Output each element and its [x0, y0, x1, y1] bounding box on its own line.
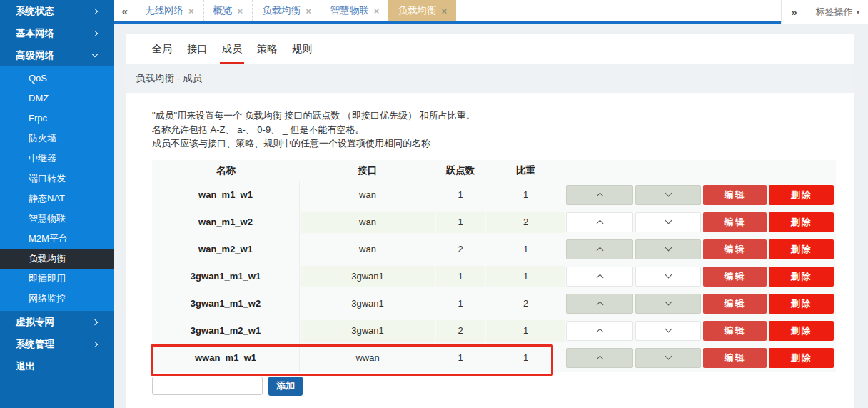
- member-name-cell: wan_m1_w2: [152, 209, 300, 236]
- sidebar-subitem[interactable]: 防火墙: [0, 129, 114, 149]
- sidebar-subitem[interactable]: 静态NAT: [0, 189, 114, 209]
- section-tab-label: 策略: [257, 43, 277, 54]
- close-tab-icon[interactable]: ×: [238, 6, 243, 16]
- sidebar-subitem-label: 网络监控: [29, 293, 66, 304]
- sidebar-item-label: 高级网络: [16, 49, 54, 62]
- move-up-button[interactable]: [566, 321, 633, 341]
- open-tab[interactable]: 负载均衡 ×: [388, 0, 456, 21]
- chevron-down-icon: [665, 190, 672, 197]
- move-up-button[interactable]: [566, 239, 633, 259]
- chevron-up-icon: [596, 274, 603, 282]
- sidebar-item-label: 退出: [16, 360, 35, 373]
- close-tab-icon[interactable]: ×: [441, 6, 447, 16]
- scroll-tabs-left-button[interactable]: «: [114, 0, 136, 21]
- sidebar-item[interactable]: 基本网络: [0, 22, 114, 44]
- sidebar-item[interactable]: 系统管理: [0, 333, 114, 355]
- sidebar-subitem-label: 中继器: [29, 153, 56, 164]
- sidebar-top-group: 系统状态 基本网络 高级网络: [0, 0, 114, 66]
- edit-button[interactable]: 编辑: [703, 348, 767, 368]
- open-tab-label: 智慧物联: [330, 4, 369, 17]
- sidebar-item[interactable]: 系统状态: [0, 0, 114, 22]
- column-header-name: 名称: [152, 164, 300, 177]
- section-tab[interactable]: 接口: [187, 34, 207, 64]
- delete-button[interactable]: 删除: [769, 321, 834, 341]
- move-down-button[interactable]: [635, 267, 701, 287]
- member-metric-cell: 1: [435, 263, 485, 290]
- chevron-down-icon: ▾: [856, 8, 859, 16]
- open-tab[interactable]: 无线网络 ×: [136, 0, 203, 21]
- section-tab-label: 全局: [152, 43, 172, 54]
- sidebar-subitem[interactable]: 智慧物联: [0, 209, 114, 229]
- members-table: 名称 接口 跃点数 比重 wan_m1_w1 wan 1 1: [152, 160, 836, 372]
- member-weight-cell: 2: [485, 290, 566, 317]
- member-interface-cell: 3gwan1: [300, 290, 435, 317]
- sidebar-item[interactable]: 退出: [0, 355, 114, 377]
- new-member-name-input[interactable]: [152, 377, 263, 395]
- member-weight-cell: 1: [485, 181, 566, 209]
- edit-button[interactable]: 编辑: [703, 185, 767, 205]
- move-up-button[interactable]: [566, 212, 633, 232]
- column-header-weight: 比重: [485, 164, 566, 177]
- member-metric-cell: 1: [435, 290, 485, 317]
- delete-button[interactable]: 删除: [769, 348, 834, 368]
- move-up-button[interactable]: [566, 267, 633, 287]
- move-down-button[interactable]: [635, 239, 701, 259]
- close-tab-icon[interactable]: ×: [306, 6, 311, 16]
- move-down-button[interactable]: [635, 294, 701, 314]
- move-up-button[interactable]: [566, 185, 633, 205]
- table-row: 3gwan1_m2_w1 3gwan1 2 1 编辑 删除: [152, 317, 836, 344]
- delete-button[interactable]: 删除: [769, 212, 834, 232]
- add-button[interactable]: 添加: [268, 377, 303, 396]
- move-down-button[interactable]: [635, 185, 701, 205]
- section-tab[interactable]: 全局: [152, 34, 172, 64]
- member-weight-cell: 1: [485, 317, 566, 344]
- table-row: wan_m1_w1 wan 1 1 编辑 删除: [152, 181, 836, 209]
- section-tab[interactable]: 策略: [257, 34, 277, 64]
- edit-button[interactable]: 编辑: [703, 294, 767, 314]
- sidebar-subitem[interactable]: QoS: [0, 69, 114, 89]
- close-tab-icon[interactable]: ×: [374, 6, 380, 16]
- sidebar-subitem[interactable]: 端口转发: [0, 169, 114, 189]
- edit-button[interactable]: 编辑: [703, 239, 767, 259]
- move-up-button[interactable]: [566, 348, 633, 368]
- sidebar-subitem[interactable]: DMZ: [0, 89, 114, 109]
- sidebar-item[interactable]: 高级网络: [0, 44, 114, 66]
- sidebar-subitem-label: 防火墙: [29, 133, 56, 144]
- sidebar-subitem[interactable]: 中继器: [0, 149, 114, 169]
- section-tab[interactable]: 规则: [292, 34, 312, 64]
- move-down-button[interactable]: [635, 212, 701, 232]
- edit-button[interactable]: 编辑: [703, 212, 767, 232]
- delete-button[interactable]: 删除: [769, 267, 834, 287]
- edit-button[interactable]: 编辑: [703, 321, 767, 341]
- tab-operations-label: 标签操作: [815, 6, 852, 19]
- chevron-up-icon: [596, 329, 603, 336]
- sidebar-subitem[interactable]: 负载均衡: [0, 249, 114, 269]
- sidebar-item-label: 虚拟专网: [16, 316, 54, 329]
- edit-button[interactable]: 编辑: [703, 267, 767, 287]
- sidebar-subitem[interactable]: 网络监控: [0, 289, 114, 309]
- delete-button[interactable]: 删除: [769, 185, 834, 205]
- scroll-tabs-right-button[interactable]: »: [781, 0, 807, 24]
- members-section: "成员"用来设置每一个 负载均衡 接口的跃点数 （即接口优先级） 和所占比重。 …: [126, 93, 854, 396]
- tab-operations-menu[interactable]: 标签操作 ▾: [807, 0, 868, 24]
- close-tab-icon[interactable]: ×: [188, 6, 194, 16]
- move-down-button[interactable]: [635, 321, 701, 341]
- move-down-button[interactable]: [635, 348, 701, 368]
- sidebar-item[interactable]: 虚拟专网: [0, 311, 114, 333]
- sidebar-subitem[interactable]: M2M平台: [0, 229, 114, 249]
- sidebar-subitem[interactable]: Frpc: [0, 109, 114, 129]
- member-interface-cell: 3gwan1: [300, 317, 435, 344]
- sidebar-subitem-label: M2M平台: [29, 233, 68, 244]
- sidebar-item-label: 系统管理: [16, 338, 54, 351]
- section-tab[interactable]: 成员: [222, 34, 242, 64]
- member-interface-cell: wan: [300, 181, 435, 209]
- delete-button[interactable]: 删除: [769, 239, 834, 259]
- sidebar-subitem[interactable]: 即插即用: [0, 269, 114, 289]
- move-up-button[interactable]: [566, 294, 633, 314]
- open-tab[interactable]: 概览 ×: [203, 0, 253, 21]
- open-tab-label: 负载均衡: [398, 4, 436, 17]
- delete-button[interactable]: 删除: [769, 294, 834, 314]
- open-tabs-strip: « 无线网络 × 概览 × 负载均衡 ×: [114, 0, 781, 24]
- open-tab[interactable]: 负载均衡 ×: [252, 0, 321, 21]
- open-tab[interactable]: 智慧物联 ×: [321, 0, 389, 21]
